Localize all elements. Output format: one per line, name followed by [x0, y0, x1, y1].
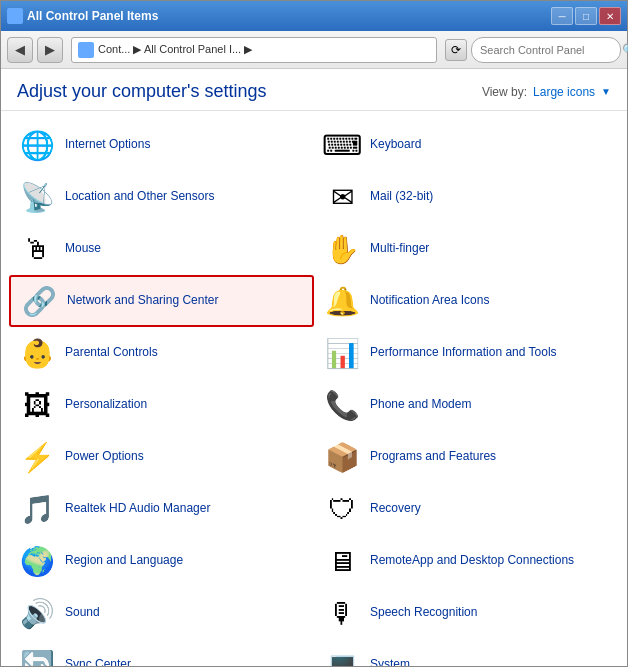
power-options-icon: ⚡	[17, 437, 57, 477]
performance-info-label: Performance Information and Tools	[370, 345, 557, 361]
view-by-control: View by: Large icons ▼	[482, 85, 611, 99]
title-bar-buttons: ─ □ ✕	[551, 7, 621, 25]
item-remoteapp[interactable]: 🖥RemoteApp and Desktop Connections	[314, 535, 619, 587]
notification-icons-label: Notification Area Icons	[370, 293, 489, 309]
content-area: Adjust your computer's settings View by:…	[1, 69, 627, 666]
item-system[interactable]: 💻System	[314, 639, 619, 666]
programs-features-icon: 📦	[322, 437, 362, 477]
realtek-audio-label: Realtek HD Audio Manager	[65, 501, 210, 517]
forward-button[interactable]: ▶	[37, 37, 63, 63]
internet-options-label: Internet Options	[65, 137, 150, 153]
item-realtek-audio[interactable]: 🎵Realtek HD Audio Manager	[9, 483, 314, 535]
programs-features-label: Programs and Features	[370, 449, 496, 465]
item-phone-modem[interactable]: 📞Phone and Modem	[314, 379, 619, 431]
notification-icons-icon: 🔔	[322, 281, 362, 321]
view-by-value[interactable]: Large icons	[533, 85, 595, 99]
mouse-label: Mouse	[65, 241, 101, 257]
content-header: Adjust your computer's settings View by:…	[1, 69, 627, 111]
performance-info-icon: 📊	[322, 333, 362, 373]
item-speech-recognition[interactable]: 🎙Speech Recognition	[314, 587, 619, 639]
network-sharing-icon: 🔗	[19, 281, 59, 321]
sync-center-label: Sync Center	[65, 657, 131, 666]
address-bar[interactable]: Cont... ▶ All Control Panel I... ▶	[71, 37, 437, 63]
item-parental-controls[interactable]: 👶Parental Controls	[9, 327, 314, 379]
search-input[interactable]	[480, 44, 618, 56]
item-mail[interactable]: ✉Mail (32-bit)	[314, 171, 619, 223]
recovery-label: Recovery	[370, 501, 421, 517]
personalization-label: Personalization	[65, 397, 147, 413]
speech-recognition-label: Speech Recognition	[370, 605, 477, 621]
refresh-button[interactable]: ⟳	[445, 39, 467, 61]
system-icon: 💻	[322, 645, 362, 666]
page-title: Adjust your computer's settings	[17, 81, 267, 102]
remoteapp-label: RemoteApp and Desktop Connections	[370, 553, 574, 569]
search-box[interactable]: 🔍	[471, 37, 621, 63]
item-notification-icons[interactable]: 🔔Notification Area Icons	[314, 275, 619, 327]
sync-center-icon: 🔄	[17, 645, 57, 666]
realtek-audio-icon: 🎵	[17, 489, 57, 529]
view-by-label: View by:	[482, 85, 527, 99]
item-keyboard[interactable]: ⌨Keyboard	[314, 119, 619, 171]
system-label: System	[370, 657, 410, 666]
close-button[interactable]: ✕	[599, 7, 621, 25]
title-bar-left: All Control Panel Items	[7, 8, 158, 24]
phone-modem-icon: 📞	[322, 385, 362, 425]
keyboard-icon: ⌨	[322, 125, 362, 165]
parental-controls-label: Parental Controls	[65, 345, 158, 361]
back-button[interactable]: ◀	[7, 37, 33, 63]
item-region-language[interactable]: 🌍Region and Language	[9, 535, 314, 587]
network-sharing-label: Network and Sharing Center	[67, 293, 218, 309]
item-location-sensors[interactable]: 📡Location and Other Sensors	[9, 171, 314, 223]
region-language-label: Region and Language	[65, 553, 183, 569]
mouse-icon: 🖱	[17, 229, 57, 269]
remoteapp-icon: 🖥	[322, 541, 362, 581]
maximize-button[interactable]: □	[575, 7, 597, 25]
control-panel-window: All Control Panel Items ─ □ ✕ ◀ ▶ Cont..…	[0, 0, 628, 667]
address-bar-icon	[78, 42, 94, 58]
parental-controls-icon: 👶	[17, 333, 57, 373]
item-recovery[interactable]: 🛡Recovery	[314, 483, 619, 535]
internet-options-icon: 🌐	[17, 125, 57, 165]
item-sound[interactable]: 🔊Sound	[9, 587, 314, 639]
item-mouse[interactable]: 🖱Mouse	[9, 223, 314, 275]
mail-label: Mail (32-bit)	[370, 189, 433, 205]
item-multifinger[interactable]: ✋Multi-finger	[314, 223, 619, 275]
phone-modem-label: Phone and Modem	[370, 397, 471, 413]
chevron-down-icon: ▼	[601, 86, 611, 97]
personalization-icon: 🖼	[17, 385, 57, 425]
title-bar-title: All Control Panel Items	[27, 9, 158, 23]
item-power-options[interactable]: ⚡Power Options	[9, 431, 314, 483]
title-bar: All Control Panel Items ─ □ ✕	[1, 1, 627, 31]
address-text: Cont... ▶ All Control Panel I... ▶	[98, 43, 430, 56]
mail-icon: ✉	[322, 177, 362, 217]
item-programs-features[interactable]: 📦Programs and Features	[314, 431, 619, 483]
toolbar: ◀ ▶ Cont... ▶ All Control Panel I... ▶ ⟳…	[1, 31, 627, 69]
search-icon[interactable]: 🔍	[622, 43, 628, 57]
item-internet-options[interactable]: 🌐Internet Options	[9, 119, 314, 171]
recovery-icon: 🛡	[322, 489, 362, 529]
sound-label: Sound	[65, 605, 100, 621]
minimize-button[interactable]: ─	[551, 7, 573, 25]
multifinger-icon: ✋	[322, 229, 362, 269]
item-personalization[interactable]: 🖼Personalization	[9, 379, 314, 431]
item-sync-center[interactable]: 🔄Sync Center	[9, 639, 314, 666]
location-sensors-icon: 📡	[17, 177, 57, 217]
title-bar-icon	[7, 8, 23, 24]
power-options-label: Power Options	[65, 449, 144, 465]
sound-icon: 🔊	[17, 593, 57, 633]
items-grid: 🌐Internet Options⌨Keyboard📡Location and …	[1, 111, 627, 666]
item-network-sharing[interactable]: 🔗Network and Sharing Center	[9, 275, 314, 327]
location-sensors-label: Location and Other Sensors	[65, 189, 214, 205]
keyboard-label: Keyboard	[370, 137, 421, 153]
region-language-icon: 🌍	[17, 541, 57, 581]
item-performance-info[interactable]: 📊Performance Information and Tools	[314, 327, 619, 379]
speech-recognition-icon: 🎙	[322, 593, 362, 633]
multifinger-label: Multi-finger	[370, 241, 429, 257]
